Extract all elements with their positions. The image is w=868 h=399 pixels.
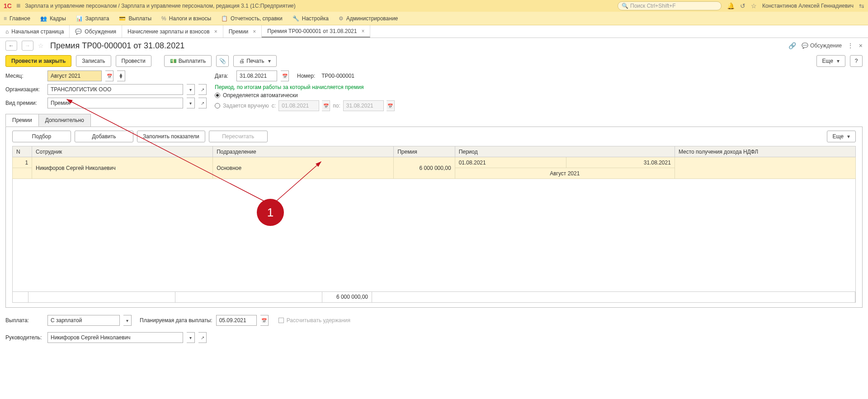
month-input[interactable]: Август 2021 bbox=[47, 70, 102, 81]
menu-admin[interactable]: ⚙Администрирование bbox=[339, 15, 398, 22]
calendar-icon[interactable]: 📅 bbox=[105, 70, 113, 81]
org-input[interactable]: ТРАНСЛОГИСТИК ООО bbox=[47, 84, 183, 95]
main-menu-icon[interactable]: ≡ bbox=[16, 2, 20, 10]
cell-period-to[interactable]: 31.08.2021 bbox=[566, 157, 675, 168]
tab-home[interactable]: ⌂Начальная страница bbox=[0, 25, 70, 38]
close-page-icon[interactable]: × bbox=[859, 42, 863, 49]
subtab-premii[interactable]: Премии bbox=[5, 114, 39, 127]
save-button[interactable]: Записать bbox=[76, 55, 111, 67]
cell-n[interactable]: 1 bbox=[13, 157, 32, 168]
panel-toggle-icon[interactable]: ⇆ bbox=[859, 2, 864, 9]
cell-bonus[interactable]: 6 000 000,00 bbox=[394, 157, 455, 179]
table-row[interactable]: 1 Никифоров Сергей Николаевич Основное 6… bbox=[13, 157, 856, 168]
menu-settings[interactable]: 🔧Настройка bbox=[292, 15, 329, 22]
tab-premii[interactable]: Премии× bbox=[223, 25, 262, 38]
page-title: Премия ТР00-000001 от 31.08.2021 bbox=[50, 41, 184, 51]
cell-n2[interactable] bbox=[13, 168, 32, 179]
planned-date-input[interactable]: 05.09.2021 bbox=[216, 315, 257, 326]
nav-forward-button[interactable]: → bbox=[22, 41, 33, 51]
kebab-icon[interactable]: ⋮ bbox=[847, 42, 854, 49]
manager-input[interactable]: Никифоров Сергей Николаевич bbox=[47, 332, 183, 343]
attach-button[interactable]: 📎 bbox=[216, 55, 229, 67]
period-auto-label: Определяется автоматически bbox=[223, 92, 298, 99]
menu-zarplata[interactable]: 📊Зарплата bbox=[76, 15, 109, 22]
calendar-icon[interactable]: 📅 bbox=[260, 315, 269, 326]
dropdown-icon[interactable]: ▾ bbox=[187, 98, 195, 108]
calendar-icon[interactable]: 📅 bbox=[281, 70, 289, 81]
tab-premia-doc[interactable]: Премия ТР00-000001 от 31.08.2021× bbox=[262, 25, 370, 38]
recalc-button[interactable]: Пересчитать bbox=[209, 131, 268, 142]
print-button[interactable]: 🖨Печать bbox=[233, 55, 276, 67]
add-button[interactable]: Добавить bbox=[75, 131, 133, 142]
period-manual-radio[interactable] bbox=[215, 103, 220, 108]
print-icon: 🖨 bbox=[239, 58, 245, 64]
menu-nalogi[interactable]: %Налоги и взносы bbox=[161, 15, 211, 22]
open-ref-icon[interactable]: ↗ bbox=[198, 332, 207, 343]
tab-nachislenie[interactable]: Начисление зарплаты и взносов× bbox=[122, 25, 223, 38]
post-button[interactable]: Провести bbox=[116, 55, 151, 67]
help-button[interactable]: ? bbox=[850, 55, 863, 67]
search-input[interactable]: 🔍 Поиск Ctrl+Shift+F bbox=[618, 1, 722, 10]
month-label: Месяц: bbox=[5, 73, 44, 79]
close-icon[interactable]: × bbox=[361, 28, 364, 34]
cell-dept[interactable]: Основное bbox=[213, 157, 394, 179]
star-icon[interactable]: ☆ bbox=[751, 2, 757, 9]
menu-reports[interactable]: 📋Отчетность, справки bbox=[221, 15, 283, 22]
close-icon[interactable]: × bbox=[253, 28, 256, 35]
calendar-icon: 📅 bbox=[387, 100, 395, 111]
pick-button[interactable]: Подбор bbox=[12, 131, 71, 142]
pay-button[interactable]: 💵Выплатить bbox=[164, 55, 212, 67]
bonus-grid[interactable]: N Сотрудник Подразделение Премия Период … bbox=[12, 146, 856, 179]
bell-icon[interactable]: 🔔 bbox=[727, 2, 735, 9]
calc-deduct-checkbox[interactable] bbox=[278, 318, 284, 323]
fill-button[interactable]: Заполнить показатели bbox=[137, 131, 205, 142]
close-icon[interactable]: × bbox=[214, 28, 217, 35]
open-ref-icon[interactable]: ↗ bbox=[198, 98, 207, 108]
nav-back-button[interactable]: ← bbox=[5, 41, 17, 51]
subtab-dop[interactable]: Дополнительно bbox=[38, 114, 91, 127]
wrench-icon: 🔧 bbox=[292, 15, 299, 22]
star-outline-icon[interactable]: ☆ bbox=[38, 42, 44, 49]
more-button[interactable]: Еще bbox=[816, 55, 845, 67]
payout-input[interactable]: С зарплатой bbox=[47, 315, 120, 326]
col-bonus[interactable]: Премия bbox=[394, 146, 455, 157]
date-input[interactable]: 31.08.2021 bbox=[236, 70, 277, 81]
subtabs: Премии Дополнительно bbox=[5, 114, 863, 127]
col-ndfl[interactable]: Место получения дохода НДФЛ bbox=[675, 146, 855, 157]
cell-ndfl[interactable] bbox=[675, 157, 855, 179]
history-icon[interactable]: ↺ bbox=[740, 2, 745, 9]
cell-period-month[interactable]: Август 2021 bbox=[455, 168, 675, 179]
people-icon: 👥 bbox=[40, 15, 47, 22]
menu-kadry[interactable]: 👥Кадры bbox=[40, 15, 66, 22]
col-n[interactable]: N bbox=[13, 146, 32, 157]
dropdown-icon[interactable]: ▾ bbox=[187, 84, 195, 95]
period-from-input: 01.08.2021 bbox=[278, 100, 319, 111]
dropdown-icon[interactable]: ▾ bbox=[187, 332, 195, 343]
date-label: Дата: bbox=[215, 73, 233, 79]
grid-footer: 6 000 000,00 bbox=[12, 292, 856, 303]
grid-empty-space[interactable] bbox=[12, 179, 856, 292]
chat-icon: 💬 bbox=[802, 42, 808, 49]
dropdown-icon[interactable]: ▾ bbox=[123, 315, 132, 326]
annotation-badge-1: 1 bbox=[257, 199, 284, 226]
col-emp[interactable]: Сотрудник bbox=[32, 146, 213, 157]
cell-emp[interactable]: Никифоров Сергей Николаевич bbox=[32, 157, 213, 179]
col-dept[interactable]: Подразделение bbox=[213, 146, 394, 157]
period-to-label: по: bbox=[333, 103, 340, 109]
period-auto-radio[interactable] bbox=[215, 93, 220, 98]
spin-up-icon[interactable]: ▲▼ bbox=[117, 70, 125, 81]
bonus-type-input[interactable]: Премия bbox=[47, 98, 183, 108]
cell-period-from[interactable]: 01.08.2021 bbox=[455, 157, 566, 168]
menu-main[interactable]: ≡Главное bbox=[4, 15, 30, 22]
link-icon[interactable]: 🔗 bbox=[788, 42, 796, 49]
post-close-button[interactable]: Провести и закрыть bbox=[5, 55, 71, 67]
username[interactable]: Константинов Алексей Геннадиевич bbox=[762, 3, 854, 9]
number-label: Номер: bbox=[297, 73, 315, 79]
menu-vyplaty[interactable]: 💳Выплаты bbox=[119, 15, 151, 22]
tab-discussions[interactable]: 💬Обсуждения bbox=[70, 25, 122, 38]
grid-more-button[interactable]: Еще bbox=[827, 131, 856, 142]
calendar-icon: 📅 bbox=[322, 100, 330, 111]
discuss-button[interactable]: 💬Обсуждение bbox=[802, 42, 842, 49]
col-period[interactable]: Период bbox=[455, 146, 675, 157]
open-ref-icon[interactable]: ↗ bbox=[198, 84, 207, 95]
